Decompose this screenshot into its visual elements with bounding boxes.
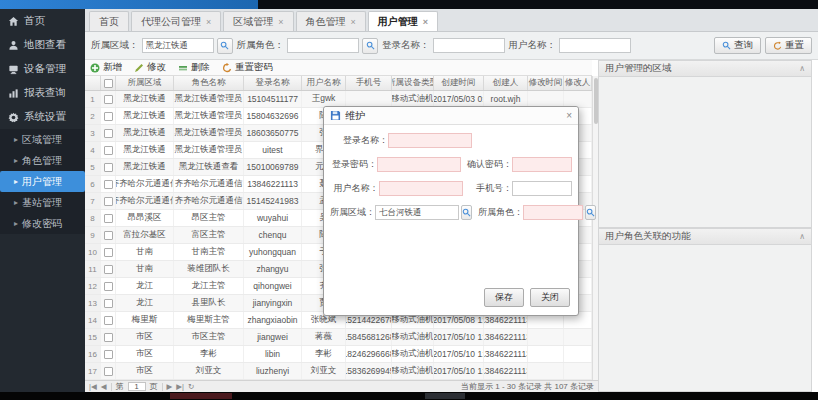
dialog-region-input[interactable]	[375, 205, 459, 220]
refresh-icon[interactable]: ↻	[188, 382, 194, 391]
tab-close-icon[interactable]: ×	[206, 17, 211, 27]
sidebar-item-reports[interactable]: 报表查询	[0, 81, 85, 105]
user-name-input[interactable]	[379, 181, 463, 196]
dialog-close-icon[interactable]: ×	[566, 110, 572, 121]
password-label: 登录密码：	[330, 158, 377, 171]
delete-button[interactable]: 删除	[178, 61, 210, 74]
dialog-role-input[interactable]	[523, 205, 583, 220]
row-checkbox[interactable]	[104, 248, 113, 257]
sidebar-item-user-mgmt[interactable]: ▸ 用户管理	[0, 171, 85, 192]
column-header-region[interactable]: 所属区域	[116, 76, 174, 90]
phone-input[interactable]	[512, 181, 572, 196]
edit-button[interactable]: 修改	[134, 61, 166, 74]
search-icon	[220, 41, 229, 50]
table-row[interactable]: 17 市区 刘亚文 liuzhenyi 刘亚文 15836269945 移动式油…	[85, 363, 592, 380]
sidebar-item-region-mgmt[interactable]: ▸ 区域管理	[0, 129, 85, 150]
row-checkbox[interactable]	[104, 231, 113, 240]
column-header-login[interactable]: 登录名称	[244, 76, 302, 90]
tab-region-mgmt[interactable]: 区域管理 ×	[223, 11, 293, 31]
tab-label: 用户管理	[378, 15, 418, 29]
row-checkbox[interactable]	[104, 299, 113, 308]
tab-close-icon[interactable]: ×	[423, 17, 428, 27]
tab-close-icon[interactable]: ×	[278, 17, 283, 27]
field-passwords: 登录密码： 确认密码：	[330, 157, 572, 172]
row-checkbox[interactable]	[104, 163, 113, 172]
row-checkbox[interactable]	[104, 129, 113, 138]
sidebar-item-system-settings[interactable]: 系统设置	[0, 105, 85, 129]
column-header-phone[interactable]: 手机号	[346, 76, 392, 90]
screen: 首页 地图查看 设备管理 报表查询 系统设置 ▸ 区域管理 ▸ 角色管理 ▸ 用…	[0, 0, 818, 400]
row-number: 1	[85, 91, 101, 107]
row-checkbox[interactable]	[104, 265, 113, 274]
dialog-role-lookup-button[interactable]	[585, 205, 596, 220]
row-checkbox[interactable]	[104, 197, 113, 206]
sidebar-subitem-label: 修改密码	[22, 217, 62, 231]
add-button[interactable]: 新增	[90, 61, 122, 74]
collapse-icon[interactable]: ∧	[799, 64, 805, 73]
role-filter-input[interactable]	[287, 38, 359, 53]
row-checkbox[interactable]	[104, 214, 113, 223]
sidebar-item-basestation-mgmt[interactable]: ▸ 基站管理	[0, 192, 85, 213]
dialog-region-lookup-button[interactable]	[461, 205, 472, 220]
sidebar-item-change-password[interactable]: ▸ 修改密码	[0, 213, 85, 234]
confirm-password-input[interactable]	[512, 157, 572, 172]
collapse-icon[interactable]: ∧	[799, 232, 805, 241]
column-header-creator[interactable]: 创建人	[484, 76, 528, 90]
password-input[interactable]	[377, 157, 461, 172]
dialog-role-label: 所属角色：	[478, 206, 523, 219]
prev-page-button[interactable]: ◀	[101, 382, 107, 391]
reset-button[interactable]: 重置	[765, 37, 812, 54]
sidebar-item-label: 地图查看	[24, 38, 66, 52]
tab-agent-company-mgmt[interactable]: 代理公司管理 ×	[131, 11, 221, 31]
delete-button-label: 删除	[191, 61, 210, 74]
row-checkbox[interactable]	[104, 350, 113, 359]
last-page-button[interactable]: ▶|	[176, 382, 184, 391]
table-row[interactable]: 16 市区 李彬 libin 李彬 18246296668 移动式油机 2017…	[85, 346, 592, 363]
close-button[interactable]: 关闭	[530, 288, 570, 307]
sidebar-item-role-mgmt[interactable]: ▸ 角色管理	[0, 150, 85, 171]
dialog-titlebar[interactable]: 维护 ×	[324, 107, 578, 125]
sidebar-item-devices[interactable]: 设备管理	[0, 57, 85, 81]
tab-home[interactable]: 首页	[89, 11, 129, 31]
tab-user-mgmt[interactable]: 用户管理 ×	[368, 11, 438, 31]
reset-password-button[interactable]: 重置密码	[222, 61, 273, 74]
row-checkbox[interactable]	[104, 333, 113, 342]
user-filter-input[interactable]	[559, 38, 631, 53]
row-checkbox-cell	[101, 278, 116, 294]
column-header-ctime[interactable]: 创建时间	[434, 76, 484, 90]
query-button[interactable]: 查询	[714, 37, 761, 54]
region-filter-input[interactable]	[142, 38, 214, 53]
region-lookup-button[interactable]	[217, 38, 233, 54]
cell-modifier	[564, 346, 592, 362]
column-header-devtype[interactable]: 所属设备类型	[392, 76, 434, 90]
column-header-user[interactable]: 用户名称	[302, 76, 346, 90]
sidebar-item-home[interactable]: 首页	[0, 9, 85, 33]
login-name-input[interactable]	[388, 133, 472, 148]
tab-close-icon[interactable]: ×	[351, 17, 356, 27]
save-button[interactable]: 保存	[484, 288, 524, 307]
role-lookup-button[interactable]	[362, 38, 378, 54]
row-checkbox[interactable]	[104, 146, 113, 155]
row-checkbox[interactable]	[104, 282, 113, 291]
row-checkbox[interactable]	[104, 112, 113, 121]
pager-divider	[111, 383, 112, 391]
column-header-mtime[interactable]: 修改时间	[528, 76, 564, 90]
table-row[interactable]: 15 市区 市区主管 jiangwei 蒋薇 15845681268 移动式油机…	[85, 329, 592, 346]
first-page-button[interactable]: |◀	[89, 382, 97, 391]
row-number: 13	[85, 295, 101, 311]
row-checkbox[interactable]	[104, 180, 113, 189]
page-number-input[interactable]	[128, 382, 146, 391]
sidebar: 首页 地图查看 设备管理 报表查询 系统设置 ▸ 区域管理 ▸ 角色管理 ▸ 用…	[0, 9, 85, 392]
row-checkbox[interactable]	[104, 367, 113, 376]
row-checkbox[interactable]	[104, 95, 113, 104]
query-button-label: 查询	[734, 39, 753, 52]
next-page-button[interactable]: ▶	[167, 382, 173, 391]
sidebar-item-map-viewer[interactable]: 地图查看	[0, 33, 85, 57]
row-checkbox[interactable]	[104, 316, 113, 325]
cell-region: 市区	[116, 329, 174, 345]
select-all-checkbox[interactable]	[104, 79, 113, 88]
column-header-role[interactable]: 角色名称	[174, 76, 244, 90]
login-filter-input[interactable]	[433, 38, 505, 53]
tab-role-mgmt[interactable]: 角色管理 ×	[296, 11, 366, 31]
column-header-modifier[interactable]: 修改人	[564, 76, 592, 90]
